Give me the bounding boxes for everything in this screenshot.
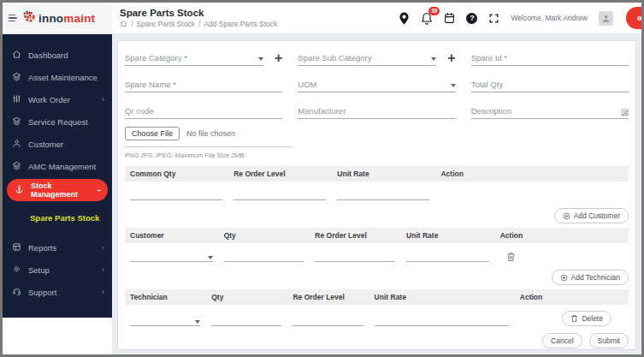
customer-table-header: Customer Qty Re Order Level Unit Rate Ac… — [125, 228, 629, 243]
sidebar-item-work-order[interactable]: Work Order › — [3, 88, 112, 110]
resize-handle-icon[interactable] — [621, 109, 629, 116]
spare-sub-category-select[interactable]: Spare Sub Category — [298, 51, 436, 66]
sidebar-subitem-spare-parts-stock[interactable]: Spare Parts Stock — [3, 201, 112, 236]
plus-circle-icon — [560, 274, 568, 282]
user-avatar[interactable] — [599, 11, 613, 26]
column-header: Technician — [130, 293, 211, 301]
sidebar-item-service-request[interactable]: Service Request — [3, 110, 112, 133]
column-header: Qty — [211, 293, 292, 301]
sliders-icon — [12, 94, 21, 105]
sidebar-item-asset-maintenance[interactable]: Asset Maintenance — [3, 66, 112, 88]
cancel-button[interactable]: Cancel — [542, 333, 582, 348]
column-header: Re Order Level — [315, 231, 406, 240]
submit-button[interactable]: Submit — [589, 333, 629, 348]
form-grid: Spare Category * + Spare Sub Category + … — [125, 51, 629, 119]
trash-icon — [570, 314, 578, 323]
person-icon — [12, 139, 21, 150]
manufacturer-input[interactable]: Manufacturer — [298, 104, 455, 119]
sidebar: innomaint Dashboard Asset Maintenance Wo… — [3, 3, 112, 354]
hamburger-menu-icon[interactable] — [9, 15, 17, 22]
sidebar-item-dashboard[interactable]: Dashboard — [3, 44, 112, 66]
spare-category-select[interactable]: Spare Category * — [125, 51, 263, 66]
file-chosen-status: No file chosen — [186, 129, 235, 138]
home-icon — [12, 50, 21, 61]
breadcrumb-item-current: Add Spare Parts Stock — [204, 20, 277, 28]
location-pin-icon[interactable] — [399, 12, 410, 25]
chevron-down-icon — [431, 57, 436, 61]
customer-unit-rate-input[interactable] — [406, 249, 489, 262]
add-spare-parts-form-card: Spare Category * + Spare Sub Category + … — [117, 40, 636, 350]
choose-file-button[interactable]: Choose File — [125, 127, 180, 140]
headset-icon — [12, 287, 21, 298]
file-hint-text: PNG JPG JPEG. Maximum File Size 2MB. — [125, 152, 629, 159]
spare-id-input[interactable]: Spare Id * — [471, 51, 629, 66]
topbar: Spare Parts Stock / Spare Parts Stock / … — [112, 3, 641, 34]
form-footer: Cancel Submit — [125, 326, 629, 348]
breadcrumb-item[interactable]: Spare Parts Stock — [136, 20, 195, 28]
sidebar-item-setup[interactable]: Setup › — [3, 259, 112, 281]
fullscreen-icon[interactable] — [488, 13, 499, 24]
add-technician-button[interactable]: Add Technician — [552, 270, 629, 285]
common-table-row — [125, 181, 629, 200]
sidebar-item-reports[interactable]: Reports › — [3, 236, 112, 259]
sidebar-item-amc-management[interactable]: AMC Management — [3, 155, 112, 177]
technician-reorder-level-input[interactable] — [292, 313, 363, 326]
app-window: innomaint Dashboard Asset Maintenance Wo… — [0, 0, 644, 357]
add-sub-category-button[interactable]: + — [447, 52, 455, 66]
column-header: Action — [440, 170, 623, 178]
topbar-actions: 39 ? Welcome, Mark Andrew « — [399, 7, 641, 29]
description-textarea[interactable]: Description — [471, 104, 629, 119]
notification-bell-icon[interactable]: 39 — [421, 12, 433, 25]
uom-select[interactable]: UOM — [298, 78, 455, 92]
column-header: Action — [500, 231, 623, 240]
column-header: Unit Rate — [406, 231, 500, 240]
welcome-text: Welcome, Mark Andrew — [511, 14, 588, 22]
file-upload-field: Choose File No file chosen — [125, 127, 292, 147]
sidebar-item-stock-management[interactable]: Stock Management › — [7, 179, 108, 201]
sidebar-menu: Dashboard Asset Maintenance Work Order ›… — [3, 34, 112, 318]
technician-table-row: Delete — [125, 305, 629, 326]
delete-technician-row-button[interactable]: Delete — [562, 311, 612, 326]
column-header: Customer — [130, 231, 224, 240]
chevron-down-icon — [258, 57, 263, 61]
chevron-down-icon — [451, 84, 456, 87]
customer-table-row — [125, 243, 629, 262]
delete-customer-row-icon[interactable] — [500, 252, 516, 262]
calendar-icon[interactable] — [444, 12, 455, 24]
technician-qty-input[interactable] — [211, 313, 281, 326]
page-title: Spare Parts Stock — [120, 8, 277, 18]
page-body: Spare Category * + Spare Sub Category + … — [112, 34, 641, 354]
chevron-down-icon — [208, 256, 213, 259]
report-grid-icon — [12, 242, 21, 253]
technician-unit-rate-input[interactable] — [375, 313, 509, 326]
customer-select[interactable] — [130, 249, 213, 262]
total-qty-input[interactable]: Total Qty — [471, 78, 629, 92]
breadcrumb-home-icon[interactable] — [120, 20, 127, 29]
sidebar-item-customer[interactable]: Customer — [3, 133, 112, 155]
gear-logo-icon — [22, 9, 36, 27]
title-block: Spare Parts Stock / Spare Parts Stock / … — [120, 8, 277, 29]
help-icon[interactable]: ? — [466, 13, 477, 24]
add-category-button[interactable]: + — [275, 52, 282, 66]
sidebar-item-support[interactable]: Support › — [3, 281, 112, 303]
brand-name: innomaint — [38, 12, 95, 25]
column-header: Re Order Level — [233, 170, 337, 178]
common-unit-rate-input[interactable] — [337, 187, 429, 200]
column-header: Unit Rate — [337, 170, 440, 178]
technician-table-header: Technician Qty Re Order Level Unit Rate … — [125, 289, 629, 305]
chevron-right-icon: › — [102, 96, 104, 104]
chevron-down-icon: › — [95, 189, 103, 192]
common-table-header: Common Qty Re Order Level Unit Rate Acti… — [125, 166, 629, 181]
customer-qty-input[interactable] — [224, 249, 304, 262]
technician-select[interactable] — [130, 313, 200, 326]
collapse-panel-button[interactable]: « — [626, 7, 644, 29]
customer-reorder-level-input[interactable] — [315, 249, 395, 262]
common-reorder-level-input[interactable] — [233, 187, 326, 200]
add-customer-button[interactable]: Add Customer — [554, 208, 629, 223]
common-qty-input[interactable] — [130, 187, 222, 200]
column-header: Unit Rate — [375, 293, 520, 301]
brand-logo: innomaint — [22, 9, 95, 27]
logo-strip: innomaint — [3, 3, 112, 34]
spare-name-input[interactable]: Spare Name * — [125, 78, 282, 92]
qr-code-input[interactable]: Qr code — [125, 104, 282, 119]
